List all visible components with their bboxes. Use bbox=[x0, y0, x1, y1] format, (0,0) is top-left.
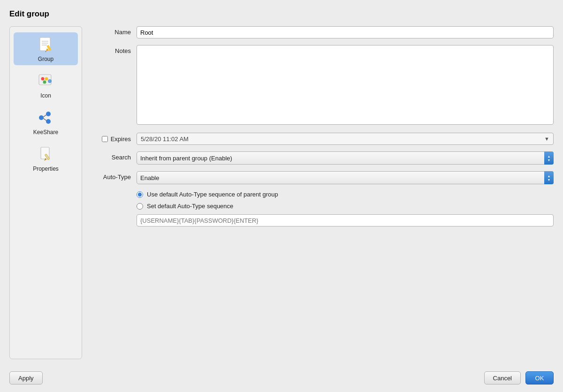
cancel-button[interactable]: Cancel bbox=[484, 371, 521, 384]
notes-textarea[interactable] bbox=[137, 45, 554, 125]
search-label: Search bbox=[93, 151, 131, 161]
autotype-sequence-input[interactable] bbox=[137, 214, 554, 226]
expires-row: Expires 5/28/20 11:02 AM ▼ bbox=[93, 133, 554, 145]
svg-point-10 bbox=[43, 81, 46, 84]
autotype-select-arrow bbox=[544, 171, 554, 184]
notes-control bbox=[137, 45, 554, 126]
search-row: Search Inherit from parent group (Enable… bbox=[93, 151, 554, 165]
expires-checkbox-wrap: Expires bbox=[93, 136, 131, 143]
sidebar-item-properties[interactable]: Properties bbox=[14, 142, 78, 175]
name-input[interactable] bbox=[137, 26, 554, 38]
radio-custom[interactable] bbox=[137, 203, 143, 210]
name-row: Name bbox=[93, 26, 554, 38]
search-select[interactable]: Inherit from parent group (Enable) Enabl… bbox=[137, 151, 554, 165]
expires-date-text: 5/28/20 11:02 AM bbox=[141, 136, 189, 143]
search-select-arrow bbox=[544, 151, 554, 165]
expires-date-wrap: 5/28/20 11:02 AM ▼ bbox=[137, 133, 554, 145]
apply-button[interactable]: Apply bbox=[9, 371, 43, 384]
svg-line-15 bbox=[43, 115, 46, 117]
sidebar-item-group-label: Group bbox=[38, 56, 53, 62]
dialog-footer: Apply Cancel OK bbox=[9, 368, 554, 384]
expires-label[interactable]: Expires bbox=[111, 136, 131, 143]
autotype-row: Auto-Type Enable Inherit from parent gro… bbox=[93, 171, 554, 184]
dialog-body: Group Icon bbox=[9, 26, 554, 359]
footer-right: Cancel OK bbox=[484, 371, 554, 384]
name-label: Name bbox=[93, 26, 131, 36]
notes-row: Notes bbox=[93, 45, 554, 126]
notes-label: Notes bbox=[93, 45, 131, 54]
sidebar-item-icon-label: Icon bbox=[40, 92, 51, 99]
radio-default-label[interactable]: Use default Auto-Type sequence of parent… bbox=[147, 191, 278, 198]
svg-point-9 bbox=[45, 77, 48, 81]
autotype-select-wrapper: Enable Inherit from parent group (Enable… bbox=[137, 171, 554, 184]
main-content: Name Notes Expires bbox=[82, 26, 554, 359]
radio-custom-row: Set default Auto-Type sequence bbox=[137, 203, 554, 210]
svg-point-14 bbox=[46, 119, 51, 124]
radio-default-row: Use default Auto-Type sequence of parent… bbox=[137, 191, 554, 198]
svg-point-12 bbox=[39, 115, 44, 120]
search-control: Inherit from parent group (Enable) Enabl… bbox=[137, 151, 554, 165]
group-icon bbox=[37, 35, 55, 54]
svg-line-6 bbox=[46, 51, 46, 52]
expires-date-box[interactable]: 5/28/20 11:02 AM ▼ bbox=[137, 133, 554, 145]
sidebar-item-group[interactable]: Group bbox=[14, 32, 78, 65]
svg-point-8 bbox=[41, 77, 44, 81]
svg-point-11 bbox=[48, 79, 52, 83]
autotype-section: Use default Auto-Type sequence of parent… bbox=[137, 191, 554, 226]
autotype-select[interactable]: Enable Inherit from parent group (Enable… bbox=[137, 171, 554, 184]
search-select-wrapper: Inherit from parent group (Enable) Enabl… bbox=[137, 151, 554, 165]
autotype-label: Auto-Type bbox=[93, 171, 131, 181]
sidebar-item-keeshare[interactable]: KeeShare bbox=[14, 106, 78, 138]
autotype-control: Enable Inherit from parent group (Enable… bbox=[137, 171, 554, 184]
sidebar: Group Icon bbox=[9, 26, 82, 359]
properties-icon bbox=[37, 145, 55, 164]
keeshare-icon bbox=[37, 108, 55, 127]
sidebar-item-keeshare-label: KeeShare bbox=[33, 129, 58, 136]
ok-button[interactable]: OK bbox=[525, 371, 554, 384]
sidebar-item-icon[interactable]: Icon bbox=[14, 69, 78, 102]
radio-default[interactable] bbox=[137, 191, 143, 198]
svg-line-16 bbox=[43, 119, 46, 121]
dialog-title: Edit group bbox=[9, 9, 554, 19]
edit-group-dialog: Edit group bbox=[0, 0, 563, 392]
icon-palette-icon bbox=[37, 72, 55, 90]
footer-left: Apply bbox=[9, 371, 43, 384]
sidebar-item-properties-label: Properties bbox=[33, 166, 59, 172]
autotype-options-row: Use default Auto-Type sequence of parent… bbox=[93, 191, 554, 226]
svg-point-13 bbox=[46, 112, 51, 116]
radio-custom-label[interactable]: Set default Auto-Type sequence bbox=[147, 203, 233, 210]
name-control bbox=[137, 26, 554, 38]
expires-dropdown-arrow: ▼ bbox=[544, 136, 549, 142]
autotype-options-spacer bbox=[93, 191, 131, 193]
expires-checkbox[interactable] bbox=[102, 136, 108, 142]
